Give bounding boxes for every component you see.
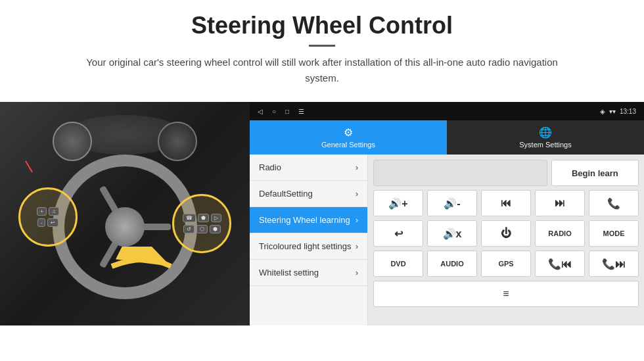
left-btn-minus: - bbox=[37, 218, 46, 227]
next-track-button[interactable]: ⏭ bbox=[535, 190, 585, 216]
audio-button[interactable]: AUDIO bbox=[427, 251, 477, 277]
gps-button[interactable]: GPS bbox=[481, 251, 531, 277]
gps-label: GPS bbox=[498, 260, 513, 268]
ctrl-row-1: Begin learn bbox=[373, 160, 639, 186]
title-divider bbox=[309, 45, 335, 47]
menu-icon[interactable]: ☰ bbox=[298, 108, 304, 115]
left-btn-row2: - ↩ bbox=[37, 218, 59, 227]
tab-general-label: General Settings bbox=[321, 141, 375, 149]
general-settings-icon: ⚙ bbox=[344, 126, 353, 139]
menu-item-steering[interactable]: Steering Wheel learning › bbox=[250, 207, 367, 233]
menu-item-tricoloured-label: Tricoloured light settings bbox=[259, 241, 351, 251]
ctrl-row-5: ≡ bbox=[373, 281, 639, 307]
menu-item-whitelist-label: Whitelist setting bbox=[259, 268, 319, 277]
right-button-circle: ☎ ⬟ ▷ ↺ ⬡ ⬢ bbox=[172, 194, 231, 253]
chevron-icon-steering: › bbox=[356, 216, 358, 225]
ctrl-row-4: DVD AUDIO GPS 📞⏮ 📞⏭ bbox=[373, 251, 639, 277]
sw-inner-hub bbox=[105, 207, 145, 247]
power-icon: ⏻ bbox=[501, 228, 511, 239]
call-next-icon: 📞⏭ bbox=[602, 258, 626, 270]
menu-list: Radio › DefaultSetting › Steering Wheel … bbox=[250, 155, 368, 325]
subtitle: Your original car's steering wheel contr… bbox=[72, 55, 572, 86]
audio-label: AUDIO bbox=[440, 260, 463, 268]
left-button-circle: + ♫ - ↩ bbox=[18, 187, 78, 247]
vol-down-button[interactable]: 🔊- bbox=[427, 190, 477, 216]
back-call-icon: ↩ bbox=[394, 228, 403, 240]
right-btn-row1: ☎ ⬟ ▷ bbox=[183, 214, 221, 222]
left-btn-plus: + bbox=[37, 207, 47, 216]
dvd-button[interactable]: DVD bbox=[373, 251, 423, 277]
chevron-icon-tricoloured: › bbox=[356, 242, 358, 251]
right-btn-nav: ⬟ bbox=[198, 214, 209, 222]
radio-button[interactable]: RADIO bbox=[535, 220, 585, 247]
chevron-icon-whitelist: › bbox=[356, 268, 358, 277]
system-settings-icon: 🌐 bbox=[539, 126, 552, 139]
right-btn-phone: ☎ bbox=[183, 214, 196, 222]
tab-system-label: System Settings bbox=[519, 141, 571, 149]
vol-up-button[interactable]: 🔊+ bbox=[373, 190, 423, 216]
control-panel: Begin learn 🔊+ 🔊- ⏮ bbox=[368, 155, 644, 325]
left-btn-row1: + ♫ bbox=[37, 207, 59, 216]
page-title: Steering Wheel Control bbox=[26, 12, 618, 39]
menu-ctrl-button[interactable]: ≡ bbox=[373, 281, 639, 307]
call-next-button[interactable]: 📞⏭ bbox=[589, 251, 639, 277]
left-btn-media: ♫ bbox=[49, 207, 59, 216]
settings-tabs: ⚙ General Settings 🌐 System Settings bbox=[250, 120, 644, 155]
back-call-button[interactable]: ↩ bbox=[373, 220, 423, 247]
right-btn-seek: ▷ bbox=[211, 214, 221, 222]
header-section: Steering Wheel Control Your original car… bbox=[0, 0, 644, 93]
menu-item-tricoloured[interactable]: Tricoloured light settings › bbox=[250, 233, 367, 260]
status-bar-left: ◁ ○ □ ☰ bbox=[258, 108, 304, 115]
next-track-icon: ⏭ bbox=[555, 197, 565, 209]
menu-item-default[interactable]: DefaultSetting › bbox=[250, 181, 367, 207]
right-btn-mute: ⬡ bbox=[196, 225, 208, 233]
page-wrapper: Steering Wheel Control Your original car… bbox=[0, 0, 644, 361]
menu-item-radio-label: Radio bbox=[259, 162, 281, 172]
radio-label: RADIO bbox=[548, 229, 571, 237]
call-button[interactable]: 📞 bbox=[589, 190, 639, 216]
call-icon: 📞 bbox=[607, 197, 620, 210]
car-image: + ♫ - ↩ ☎ ⬟ ▷ ↺ ⬡ ⬢ bbox=[0, 102, 250, 325]
time-display: 13:13 bbox=[620, 108, 636, 115]
home-icon[interactable]: ○ bbox=[272, 108, 276, 115]
chevron-icon-default: › bbox=[356, 189, 358, 199]
recent-icon[interactable]: □ bbox=[285, 108, 289, 115]
yellow-arrow bbox=[105, 247, 184, 286]
empty-input-box bbox=[373, 160, 547, 186]
prev-track-icon: ⏮ bbox=[501, 197, 511, 209]
mode-button[interactable]: MODE bbox=[589, 220, 639, 247]
android-panel: ◁ ○ □ ☰ ◈ ▾▾ 13:13 ⚙ General Settings bbox=[250, 102, 644, 325]
menu-item-radio[interactable]: Radio › bbox=[250, 155, 367, 181]
menu-item-default-label: DefaultSetting bbox=[259, 189, 313, 199]
prev-track-button[interactable]: ⏮ bbox=[481, 190, 531, 216]
left-btn-phone: ↩ bbox=[47, 218, 58, 227]
call-prev-icon: 📞⏮ bbox=[548, 258, 572, 270]
right-btn-next: ⬢ bbox=[210, 225, 221, 233]
chevron-icon-radio: › bbox=[356, 163, 358, 172]
content-section: + ♫ - ↩ ☎ ⬟ ▷ ↺ ⬡ ⬢ bbox=[0, 102, 644, 325]
tab-general[interactable]: ⚙ General Settings bbox=[250, 120, 447, 155]
menu-ctrl-icon: ≡ bbox=[503, 288, 509, 300]
ctrl-row-2: 🔊+ 🔊- ⏮ ⏭ 📞 bbox=[373, 190, 639, 216]
vol-down-icon: 🔊- bbox=[444, 197, 460, 210]
power-button[interactable]: ⏻ bbox=[481, 220, 531, 247]
menu-content: Radio › DefaultSetting › Steering Wheel … bbox=[250, 155, 644, 325]
dvd-label: DVD bbox=[390, 260, 405, 268]
back-icon[interactable]: ◁ bbox=[258, 108, 263, 115]
mode-label: MODE bbox=[603, 229, 625, 237]
begin-learn-button[interactable]: Begin learn bbox=[551, 160, 639, 186]
tab-system[interactable]: 🌐 System Settings bbox=[447, 120, 644, 155]
ctrl-row-3: ↩ 🔊x ⏻ RADIO MODE bbox=[373, 220, 639, 247]
status-bar-right: ◈ ▾▾ 13:13 bbox=[600, 108, 636, 115]
call-prev-button[interactable]: 📞⏮ bbox=[535, 251, 585, 277]
right-btn-prev: ↺ bbox=[183, 225, 195, 233]
location-icon: ◈ bbox=[600, 108, 605, 115]
mute-button[interactable]: 🔊x bbox=[427, 220, 477, 247]
menu-item-steering-label: Steering Wheel learning bbox=[259, 215, 350, 225]
menu-item-whitelist[interactable]: Whitelist setting › bbox=[250, 260, 367, 286]
right-btn-row2: ↺ ⬡ ⬢ bbox=[183, 225, 221, 233]
vol-up-icon: 🔊+ bbox=[388, 197, 407, 210]
wifi-icon: ▾▾ bbox=[609, 108, 616, 115]
mute-icon: 🔊x bbox=[443, 228, 462, 240]
status-bar: ◁ ○ □ ☰ ◈ ▾▾ 13:13 bbox=[250, 102, 644, 120]
